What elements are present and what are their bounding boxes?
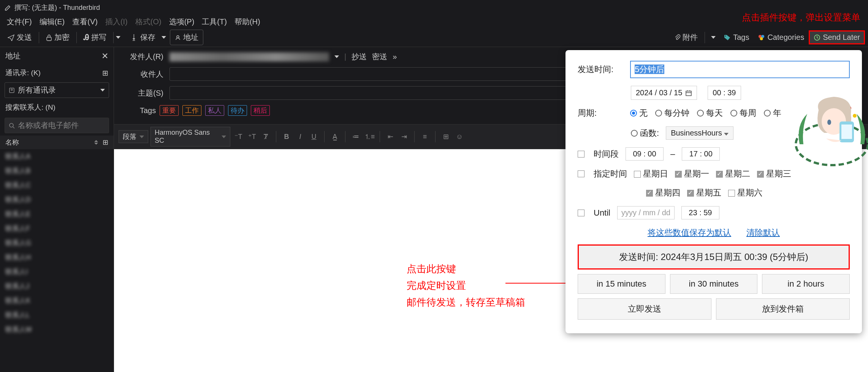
sort-icon[interactable] [94,140,98,145]
underline-icon[interactable]: U [308,131,320,142]
separator [705,32,705,43]
grid-icon[interactable]: ⊞ [102,69,108,77]
font-select[interactable]: HarmonyOS Sans SC [150,127,230,147]
spellcheck-button[interactable]: Ꭿ 拼写 [79,30,111,45]
specify-time-checkbox[interactable] [578,170,584,177]
spell-dropdown-icon[interactable] [116,36,120,39]
weekday-thu[interactable] [646,190,653,197]
tag-todo[interactable]: 待办 [228,105,247,116]
contact-item[interactable]: 联系人G [0,236,114,250]
color-icon[interactable]: A̲ [329,131,341,142]
contact-item[interactable]: 联系人L [0,308,114,322]
column-name[interactable]: 名称 [5,138,19,147]
tag-personal[interactable]: 私人 [205,105,224,116]
cycle-per-year[interactable]: 年 [764,107,781,119]
contact-item[interactable]: 联系人B [0,164,114,178]
address-button[interactable]: 地址 [170,30,203,45]
from-identity[interactable] [169,52,329,61]
menu-options[interactable]: 选项(P) [165,15,198,28]
contact-item[interactable]: 联系人I [0,265,114,279]
categories-button[interactable]: Categories [754,31,809,44]
weekday-sat[interactable] [728,190,735,197]
indent-icon[interactable]: ⇥ [398,131,410,142]
number-list-icon[interactable]: ⒈≡ [364,131,375,142]
font-size-down-icon[interactable]: ⁻T [233,131,244,142]
tags-button[interactable]: Tags [719,31,754,44]
tag-later[interactable]: 稍后 [251,105,270,116]
send-button[interactable]: 发送 [3,30,36,45]
contact-item[interactable]: 联系人M [0,322,114,337]
function-select[interactable]: BusinessHours [666,126,733,140]
attach-dropdown-icon[interactable] [711,36,716,39]
send-at-button[interactable]: 发送时间: 2024年3月15日周五 00:39 (5分钟后) [578,244,850,270]
expand-recipients[interactable]: » [393,52,397,61]
in-2-hours-button[interactable]: in 2 hours [762,274,850,294]
menu-file[interactable]: 文件(F) [3,15,36,28]
contact-item[interactable]: 联系人K [0,293,114,308]
weekday-wed[interactable] [757,171,764,178]
align-icon[interactable]: ≡ [419,131,431,142]
emoji-icon[interactable]: ☺ [454,131,465,142]
cycle-label: 周期: [578,107,623,119]
contact-item[interactable]: 联系人A [0,149,114,164]
until-date[interactable]: yyyy / mm / dd [617,206,675,219]
until-time[interactable]: 23 : 59 [681,206,719,219]
insert-icon[interactable]: ⊞ [440,131,451,142]
encrypt-button[interactable]: 加密 [41,30,74,45]
weekday-mon[interactable] [675,171,682,178]
save-dropdown-icon[interactable] [162,36,166,39]
search-contacts-input[interactable]: 名称或者电子邮件 [5,118,109,133]
bcc-button[interactable]: 密送 [372,52,387,62]
time-input[interactable]: 00 : 39 [708,86,741,100]
font-size-up-icon[interactable]: ⁺T [246,131,258,142]
clear-defaults-link[interactable]: 清除默认 [746,227,780,238]
send-now-button[interactable]: 立即发送 [578,298,711,320]
italic-icon[interactable]: I [295,131,306,142]
save-button[interactable]: ⭳ 保存 [126,30,160,45]
menu-edit[interactable]: 编辑(E) [36,15,69,28]
addressbook-select[interactable]: 所有通讯录 [5,82,109,98]
weekday-sun[interactable] [634,171,641,178]
contact-item[interactable]: 联系人H [0,250,114,265]
weekday-tue[interactable] [716,171,723,178]
send-later-button[interactable]: Send Later [809,30,865,44]
put-outbox-button[interactable]: 放到发件箱 [716,298,850,320]
from-dropdown-icon[interactable] [334,55,339,58]
cycle-per-minute[interactable]: 每分钟 [655,107,689,119]
paragraph-select[interactable]: 段落 [119,130,148,143]
send-time-input[interactable]: 5分钟后 [630,61,850,78]
attachment-button[interactable]: 附件 [670,30,702,45]
date-input[interactable]: 2024 / 03 / 15 [631,86,697,100]
column-picker-icon[interactable]: ⊞ [103,138,108,147]
until-checkbox[interactable] [578,210,584,216]
bullet-list-icon[interactable]: ≔ [350,131,361,142]
cc-button[interactable]: 抄送 [352,52,367,62]
menu-format[interactable]: 格式(O) [131,15,165,28]
menu-tools[interactable]: 工具(T) [198,15,231,28]
cycle-none[interactable]: 无 [630,107,648,119]
weekday-fri[interactable] [687,190,694,197]
bold-icon[interactable]: B [281,131,292,142]
menu-help[interactable]: 帮助(H) [231,15,264,28]
cycle-per-day[interactable]: 每天 [697,107,723,119]
contact-item[interactable]: 联系人E [0,207,114,221]
cycle-function[interactable]: 函数: [631,128,659,139]
contact-item[interactable]: 联系人C [0,178,114,192]
outdent-icon[interactable]: ⇤ [385,131,396,142]
save-defaults-link[interactable]: 将这些数值保存为默认 [648,227,731,238]
tag-work[interactable]: 工作 [182,105,201,116]
in-30-minutes-button[interactable]: in 30 minutes [670,274,758,294]
time-range-from[interactable]: 09 : 00 [626,147,664,161]
contact-item[interactable]: 联系人D [0,192,114,207]
remove-format-icon[interactable]: T̷ [260,131,271,142]
contact-item[interactable]: 联系人J [0,279,114,293]
time-range-to[interactable]: 17 : 00 [682,147,720,161]
menu-view[interactable]: 查看(V) [68,15,101,28]
in-15-minutes-button[interactable]: in 15 minutes [578,274,665,294]
cycle-per-week[interactable]: 每周 [730,107,756,119]
close-sidebar-icon[interactable]: ✕ [101,51,108,61]
contact-item[interactable]: 联系人F [0,221,114,236]
menu-insert[interactable]: 插入(I) [101,15,131,28]
time-range-checkbox[interactable] [578,151,584,158]
tag-important[interactable]: 重要 [160,105,179,116]
